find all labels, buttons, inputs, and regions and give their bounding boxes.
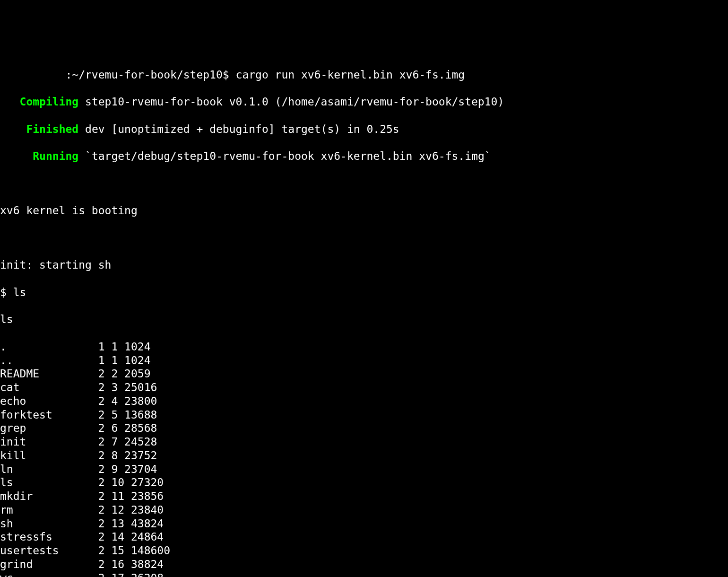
- file-row: grep 2 6 28568: [0, 421, 728, 435]
- file-row: .. 1 1 1024: [0, 354, 728, 367]
- file-row: kill 2 8 23752: [0, 449, 728, 463]
- file-row: cat 2 3 25016: [0, 381, 728, 394]
- compiling-label: Compiling: [20, 96, 79, 108]
- file-row: ln 2 9 23704: [0, 463, 728, 476]
- running-line: Running `target/debug/step10-rvemu-for-b…: [0, 149, 728, 163]
- finished-line: Finished dev [unoptimized + debuginfo] t…: [0, 122, 728, 136]
- file-row: mkdir 2 11 23856: [0, 490, 728, 503]
- compiling-line: Compiling step10-rvemu-for-book v0.1.0 (…: [0, 95, 728, 109]
- file-row: grind 2 16 38824: [0, 558, 728, 571]
- file-row: init 2 7 24528: [0, 435, 728, 449]
- file-row: sh 2 13 43824: [0, 517, 728, 531]
- command-line: :~/rvemu-for-book/step10$ cargo run xv6-…: [0, 68, 728, 82]
- running-text: `target/debug/step10-rvemu-for-book xv6-…: [85, 150, 491, 162]
- ls-command-line: $ ls: [0, 286, 728, 299]
- file-row: echo 2 4 23800: [0, 394, 728, 408]
- cargo-command: cargo run xv6-kernel.bin xv6-fs.img: [236, 69, 465, 81]
- ls-echo: ls: [0, 313, 728, 326]
- ls-command: ls: [13, 286, 26, 298]
- finished-text: dev [unoptimized + debuginfo] target(s) …: [85, 123, 399, 135]
- file-row: README 2 2 2059: [0, 367, 728, 381]
- running-label: Running: [33, 150, 78, 162]
- blank-line: [0, 231, 728, 245]
- file-row: wc 2 17 26208: [0, 571, 728, 577]
- file-row: stressfs 2 14 24864: [0, 530, 728, 544]
- prompt-path: :~/rvemu-for-book/step10$: [65, 69, 229, 81]
- file-row: ls 2 10 27320: [0, 476, 728, 490]
- boot-message: xv6 kernel is booting: [0, 204, 728, 218]
- file-row: forktest 2 5 13688: [0, 408, 728, 422]
- finished-label: Finished: [26, 123, 78, 135]
- terminal-window[interactable]: :~/rvemu-for-book/step10$ cargo run xv6-…: [0, 54, 728, 577]
- compiling-text: step10-rvemu-for-book v0.1.0 (/home/asam…: [85, 96, 504, 108]
- file-row: usertests 2 15 148600: [0, 544, 728, 558]
- file-row: . 1 1 1024: [0, 340, 728, 354]
- shell-prompt: $: [0, 286, 7, 298]
- blank-line: [0, 177, 728, 191]
- file-row: rm 2 12 23840: [0, 503, 728, 517]
- file-listing: . 1 1 1024.. 1 1 1024README 2 2 2059cat …: [0, 340, 728, 577]
- init-message: init: starting sh: [0, 258, 728, 272]
